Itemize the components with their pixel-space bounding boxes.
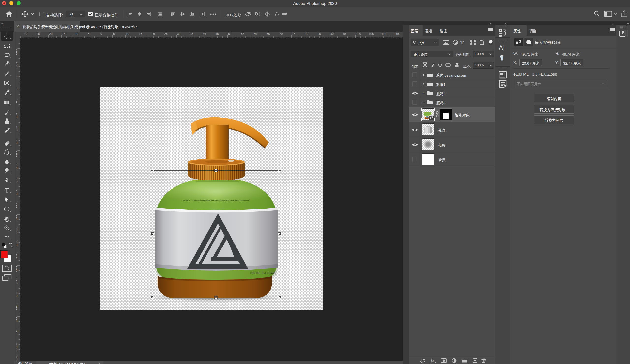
- svg-text:fx: fx: [431, 358, 434, 363]
- svg-text:T: T: [460, 39, 464, 46]
